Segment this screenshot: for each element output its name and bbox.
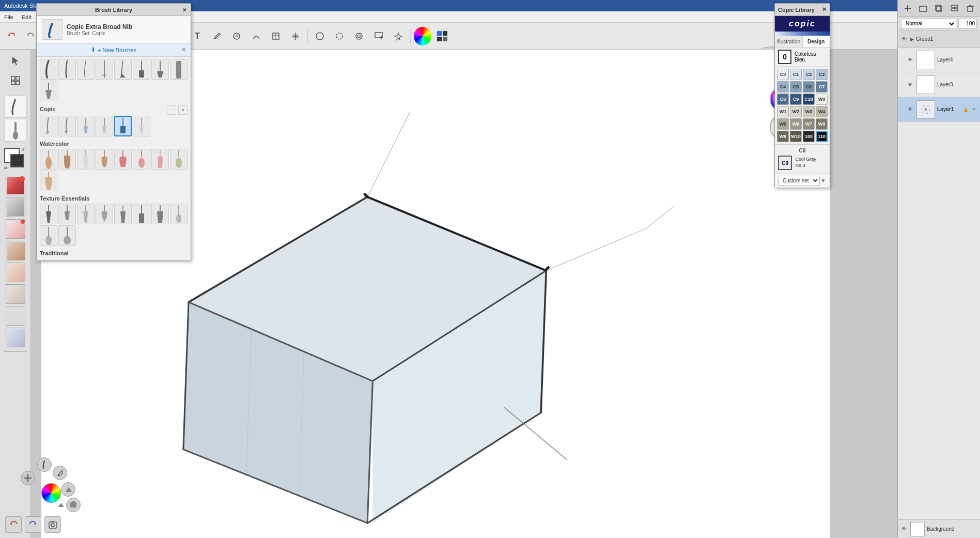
wc-brush-9[interactable]: [40, 171, 57, 191]
color-chip-5[interactable]: [6, 263, 25, 282]
te-brush-5[interactable]: [114, 204, 132, 224]
color-chip-6[interactable]: [6, 284, 25, 304]
radial-pen-button[interactable]: [53, 466, 67, 480]
background-color-swatch[interactable]: [10, 154, 24, 167]
delete-layer-button[interactable]: [964, 2, 976, 14]
copic-btn-C6[interactable]: C6: [803, 81, 815, 93]
copic-brush-2[interactable]: [58, 116, 76, 136]
te-brush-2[interactable]: [58, 204, 76, 224]
copic-btn-W10[interactable]: W10: [790, 131, 802, 142]
new-brushes-close[interactable]: ✕: [179, 46, 188, 54]
copic-btn-100[interactable]: 100: [803, 131, 815, 142]
copic-btn-C7[interactable]: C7: [816, 81, 828, 93]
copic-btn-C3[interactable]: C3: [816, 69, 828, 80]
radial-fill-button[interactable]: [61, 482, 75, 497]
color-chip-8[interactable]: [6, 328, 25, 347]
bottom-redo-button[interactable]: [25, 516, 41, 533]
wc-brush-2[interactable]: [58, 149, 76, 170]
copic-btn-W7[interactable]: W7: [803, 118, 815, 130]
left-brush-preview-1[interactable]: [4, 95, 27, 118]
brush-thumb-6[interactable]: [133, 59, 150, 80]
undo-button[interactable]: [2, 27, 21, 45]
copic-btn-W5[interactable]: W5: [777, 118, 789, 130]
brush-tip-button[interactable]: [389, 27, 408, 45]
copic-btn-C0[interactable]: C0: [777, 69, 789, 80]
background-layer[interactable]: 👁 Background: [898, 519, 980, 538]
brush-library-close[interactable]: ✕: [180, 6, 189, 14]
layer-item-layer1[interactable]: 👁 Layer1 🔒 ≡: [898, 97, 980, 122]
copic-section-filter[interactable]: ≡: [178, 105, 188, 115]
radial-center-button[interactable]: [21, 471, 35, 485]
pencil-tool-button[interactable]: [208, 27, 226, 45]
copic-btn-W4[interactable]: W4: [816, 106, 828, 117]
wc-brush-3[interactable]: [77, 149, 95, 170]
sidebar-tool-pointer[interactable]: [4, 52, 27, 70]
reset-colors-icon[interactable]: ↺: [22, 148, 27, 153]
brush-thumb-9[interactable]: [40, 81, 57, 101]
brush-thumb-8[interactable]: [170, 59, 188, 80]
group1-expand-icon[interactable]: ▶: [910, 37, 914, 42]
te-brush-1[interactable]: [40, 204, 57, 224]
fill-tool-button[interactable]: [369, 27, 388, 45]
brush-thumb-5[interactable]: [114, 59, 132, 80]
brush-thumb-2[interactable]: [58, 59, 76, 80]
layer1-options[interactable]: ≡: [971, 106, 978, 113]
radial-arrow-up[interactable]: [55, 500, 67, 512]
swatches-button[interactable]: [433, 27, 452, 45]
layer-item-layer4[interactable]: 👁 Layer4: [898, 48, 980, 72]
wc-brush-1[interactable]: [40, 149, 57, 170]
radial-stamp-button[interactable]: [66, 498, 81, 512]
eraser-button[interactable]: [310, 27, 329, 45]
copic-btn-W9[interactable]: W9: [777, 131, 789, 142]
color-chip-4[interactable]: [6, 241, 25, 260]
wc-brush-7[interactable]: [151, 149, 169, 170]
duplicate-layer-button[interactable]: [932, 2, 945, 14]
menu-edit[interactable]: Edit: [18, 13, 36, 21]
copic-btn-W6[interactable]: W6: [790, 118, 802, 130]
copic-btn-C5[interactable]: C5: [790, 81, 802, 93]
stitch-button[interactable]: [286, 27, 305, 45]
custom-set-arrow[interactable]: ▼: [820, 176, 827, 186]
copic-btn-W0[interactable]: W0: [816, 94, 828, 105]
copic-brush-6[interactable]: [133, 116, 150, 136]
te-brush-3[interactable]: [77, 204, 95, 224]
layer-item-layer3[interactable]: 👁 Layer3: [898, 72, 980, 97]
te-brush-9[interactable]: [40, 225, 57, 246]
copic-section-options[interactable]: ⋯: [167, 105, 176, 115]
copic-btn-W1[interactable]: W1: [777, 106, 789, 117]
copic-btn-W8[interactable]: W8: [816, 118, 828, 130]
layer3-visibility[interactable]: 👁: [906, 81, 914, 89]
tab-illustration[interactable]: Illustration: [775, 36, 803, 47]
new-brushes-bar[interactable]: ⬇ + New Brushes ✕: [37, 43, 191, 57]
copic-btn-C10[interactable]: C10: [803, 94, 815, 105]
wc-brush-4[interactable]: [96, 149, 113, 170]
shapes-button[interactable]: [227, 27, 246, 45]
copic-btn-C1[interactable]: C1: [790, 69, 802, 80]
colorless-box[interactable]: 0: [778, 50, 791, 64]
brush-thumb-1[interactable]: [40, 59, 57, 80]
opacity-input[interactable]: [958, 19, 977, 29]
te-brush-4[interactable]: [96, 204, 113, 224]
wc-brush-8[interactable]: [170, 149, 188, 170]
custom-set-dropdown[interactable]: Custom set Basic Skin tones Greens: [778, 176, 820, 186]
merge-layers-button[interactable]: [948, 2, 961, 14]
te-brush-8[interactable]: [170, 204, 188, 224]
copic-btn-C2[interactable]: C2: [803, 69, 815, 80]
circle-select-button[interactable]: [330, 27, 349, 45]
copic-brush-4[interactable]: [96, 116, 113, 136]
bg-visibility[interactable]: 👁: [900, 525, 908, 533]
layer4-visibility[interactable]: 👁: [906, 56, 914, 64]
blend-button[interactable]: [350, 27, 368, 45]
layer-group-1[interactable]: 👁 ▶ Group1: [898, 31, 980, 48]
copic-brush-1[interactable]: [40, 116, 57, 136]
copic-btn-W2[interactable]: W2: [790, 106, 802, 117]
wc-brush-5[interactable]: [114, 149, 132, 170]
color-chip-3[interactable]: [6, 219, 25, 239]
copic-selected-swatch[interactable]: C0: [778, 156, 792, 170]
layers-list[interactable]: 👁 ▶ Group1 👁 Layer4 👁 Layer3 👁: [898, 31, 980, 519]
blend-mode-select[interactable]: Normal Multiply Screen Overlay: [901, 19, 956, 29]
wc-brush-6[interactable]: [133, 149, 150, 170]
copic-btn-C9[interactable]: C9: [790, 94, 802, 105]
bottom-snapshot-button[interactable]: [44, 516, 61, 533]
swap-colors-icon[interactable]: ⇌: [4, 165, 9, 171]
